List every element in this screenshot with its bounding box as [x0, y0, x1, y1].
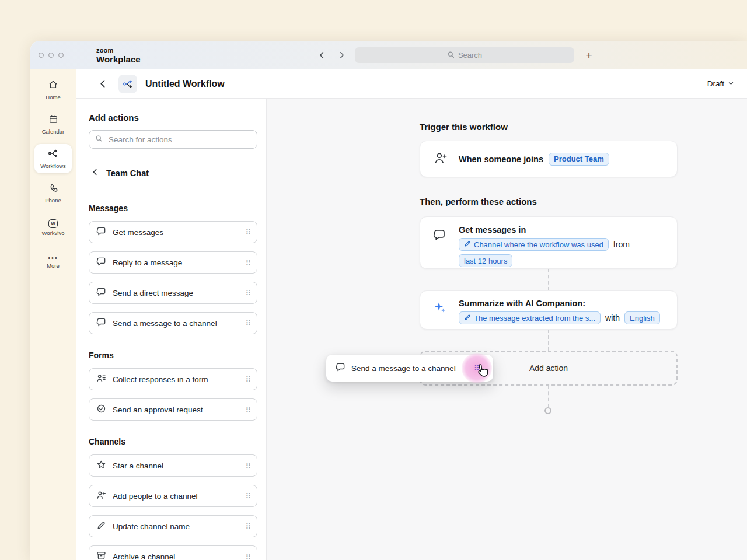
connector-end-node: [544, 407, 551, 414]
app-sidebar: Home Calendar Workflows Phone w Workvivo…: [30, 69, 76, 560]
drag-handle-icon[interactable]: ⠿: [245, 320, 251, 327]
action-item-send-direct-message[interactable]: Send a direct message ⠿: [89, 282, 257, 304]
action-item-label: Update channel name: [113, 522, 239, 531]
chat-icon: [96, 317, 106, 330]
logo-zoom-text: zoom: [96, 47, 141, 54]
pencil-icon: [96, 520, 106, 533]
workvivo-icon: w: [48, 219, 58, 228]
draft-status-dropdown[interactable]: Draft: [707, 79, 734, 88]
sidebar-item-home[interactable]: Home: [34, 75, 72, 104]
sidebar-item-label: Workvivo: [42, 230, 65, 236]
summarize-card[interactable]: Summarize with AI Companion: The message…: [420, 290, 678, 330]
hand-cursor-icon: [472, 361, 492, 383]
more-icon: •••: [48, 255, 58, 261]
product-team-chip[interactable]: Product Team: [549, 153, 609, 166]
drag-handle-icon[interactable]: ⠿: [245, 523, 251, 530]
time-range-chip[interactable]: last 12 hours: [459, 254, 512, 267]
chat-icon: [96, 257, 106, 269]
zoom-workplace-logo: zoom Workplace: [96, 47, 141, 64]
category-label: Team Chat: [106, 169, 149, 178]
search-placeholder: Search: [458, 51, 482, 60]
pencil-icon: [464, 240, 471, 249]
actions-search-field[interactable]: [89, 130, 257, 149]
workflows-icon: [48, 148, 58, 161]
connector-text: from: [613, 240, 630, 249]
action-item-label: Star a channel: [113, 461, 239, 470]
window-control-icon[interactable]: [58, 52, 64, 58]
drag-handle-icon[interactable]: ⠿: [245, 376, 251, 383]
sidebar-item-calendar[interactable]: Calendar: [34, 110, 72, 139]
action-item-get-messages[interactable]: Get messages ⠿: [89, 221, 257, 243]
action-item-send-message-to-channel[interactable]: Send a message to a channel ⠿: [89, 312, 257, 334]
chevron-left-icon: [91, 168, 99, 178]
category-back-team-chat[interactable]: Team Chat: [89, 159, 257, 187]
workflow-title: Untitled Workflow: [145, 79, 225, 89]
workflow-canvas: Trigger this workflow When someone joins…: [267, 99, 747, 560]
connector-line: [548, 269, 549, 290]
drag-handle-icon[interactable]: ⠿: [245, 553, 251, 560]
section-heading-forms: Forms: [89, 351, 257, 360]
chat-icon: [433, 229, 446, 244]
drag-handle-icon[interactable]: ⠿: [245, 259, 251, 267]
new-tab-button[interactable]: +: [582, 41, 595, 69]
action-item-label: Send a message to a channel: [113, 319, 239, 328]
action-item-archive-a-channel[interactable]: Archive a channel ⠿: [89, 545, 257, 560]
back-chevron-icon[interactable]: [316, 50, 327, 61]
add-actions-panel: Add actions Team Chat Messages Get: [76, 99, 267, 560]
chat-icon: [336, 362, 345, 374]
language-chip[interactable]: English: [624, 312, 660, 324]
card-title: Get messages in: [459, 225, 666, 235]
window-control-icon[interactable]: [39, 52, 44, 58]
source-chip[interactable]: The message extracted from the s...: [459, 312, 601, 324]
drag-handle-icon[interactable]: ⠿: [245, 492, 251, 500]
sidebar-item-label: Workflows: [40, 163, 66, 169]
action-item-label: Collect responses in a form: [113, 375, 239, 384]
drag-handle-icon[interactable]: ⠿: [245, 462, 251, 470]
action-item-update-channel-name[interactable]: Update channel name ⠿: [89, 515, 257, 537]
trigger-card[interactable]: When someone joins Product Team: [420, 141, 678, 177]
history-nav: [316, 41, 347, 69]
draft-status-label: Draft: [707, 79, 724, 88]
channel-chip[interactable]: Channel where the workflow was used: [459, 238, 609, 251]
action-item-label: Archive a channel: [113, 552, 239, 560]
actions-search-input[interactable]: [107, 135, 251, 145]
global-search-bar[interactable]: Search: [355, 47, 574, 63]
app-window: zoom Workplace Search + Home: [30, 41, 747, 560]
action-item-add-people-to-channel[interactable]: Add people to a channel ⠿: [89, 485, 257, 507]
drag-handle-icon[interactable]: ⠿: [245, 406, 251, 414]
sidebar-item-more[interactable]: ••• More: [34, 247, 72, 276]
workflow-header: Untitled Workflow Draft: [76, 69, 747, 99]
home-icon: [48, 79, 58, 92]
chat-icon: [96, 287, 106, 299]
action-item-send-approval-request[interactable]: Send an approval request ⠿: [89, 398, 257, 421]
sidebar-item-phone[interactable]: Phone: [34, 178, 72, 208]
dragged-action-card[interactable]: Send a message to a channel ⠿: [326, 355, 493, 382]
form-person-icon: [96, 373, 106, 386]
action-item-collect-responses[interactable]: Collect responses in a form ⠿: [89, 368, 257, 390]
sidebar-item-workvivo[interactable]: w Workvivo: [34, 213, 72, 242]
trigger-text: When someone joins: [459, 155, 543, 164]
drag-handle-icon[interactable]: ⠿: [245, 289, 251, 297]
connector-text: with: [605, 313, 620, 323]
action-item-label: Add people to a channel: [113, 492, 239, 501]
action-item-reply-to-message[interactable]: Reply to a message ⠿: [89, 251, 257, 274]
window-controls[interactable]: [39, 52, 64, 58]
dragged-card-label: Send a message to a channel: [351, 364, 456, 373]
drag-handle-icon[interactable]: ⠿: [245, 229, 251, 236]
ai-companion-icon: [433, 300, 447, 317]
action-item-label: Send an approval request: [113, 405, 239, 414]
window-control-icon[interactable]: [48, 52, 54, 58]
sidebar-item-label: More: [47, 262, 60, 269]
actions-heading: Then, perform these actions: [420, 197, 537, 206]
chat-icon: [96, 226, 106, 239]
panel-heading: Add actions: [89, 113, 257, 123]
section-heading-channels: Channels: [89, 437, 257, 446]
get-messages-card[interactable]: Get messages in Channel where the workfl…: [420, 216, 678, 269]
add-action-label: Add action: [529, 363, 568, 373]
sidebar-item-workflows[interactable]: Workflows: [34, 144, 72, 173]
back-chevron-icon[interactable]: [98, 79, 108, 89]
archive-icon: [96, 551, 106, 560]
forward-chevron-icon[interactable]: [336, 50, 347, 61]
connector-line: [548, 386, 549, 407]
action-item-star-a-channel[interactable]: Star a channel ⠿: [89, 454, 257, 477]
